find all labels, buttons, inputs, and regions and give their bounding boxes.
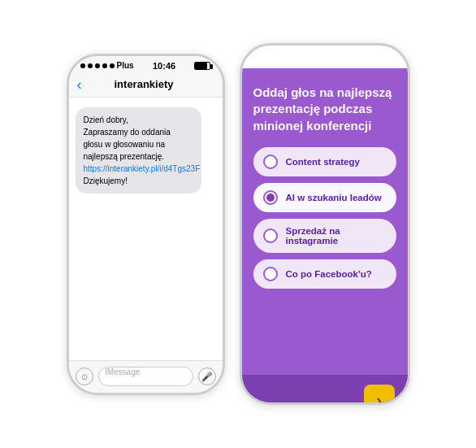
radio-4 <box>263 267 278 281</box>
sms-bubble: Dzień dobry, Zapraszamy do oddania głosu… <box>76 107 202 194</box>
sms-line2: Zapraszamy do oddania <box>84 128 171 137</box>
sms-header: ‹ interankiety <box>69 72 223 98</box>
imessage-label: iMessage <box>106 368 141 376</box>
signal-dots: Plus <box>80 61 134 70</box>
mic-icon[interactable]: 🎤 <box>198 368 216 385</box>
camera-icon[interactable]: ⊙ <box>76 368 93 385</box>
sms-line5: Dziękujemy! <box>84 176 128 185</box>
survey-footer: › <box>242 375 408 405</box>
status-bar: Plus 10:46 <box>69 56 223 72</box>
survey-option-2[interactable]: AI w szukaniu leadów <box>253 183 396 212</box>
survey-question: Oddaj głos na najlepszą prezentację podc… <box>253 85 396 134</box>
sms-line3: głosu w głosowaniu na <box>84 140 166 149</box>
sms-line4: najlepszą prezentację. <box>84 152 165 161</box>
message-input[interactable]: iMessage <box>98 367 193 386</box>
option-label-2: AI w szukaniu leadów <box>286 193 382 202</box>
option-label-1: Content strategy <box>286 157 360 167</box>
radio-2 <box>263 190 278 205</box>
survey-option-3[interactable]: Sprzedaż na instagramie <box>253 219 396 253</box>
survey-option-4[interactable]: Co po Facebook'u? <box>253 259 396 289</box>
carrier-label: Plus <box>117 61 134 70</box>
survey-options: Content strategy AI w szukaniu leadów Sp… <box>253 147 396 365</box>
sms-body: Dzień dobry, Zapraszamy do oddania głosu… <box>69 98 223 333</box>
survey-option-1[interactable]: Content strategy <box>253 147 396 176</box>
option-label-4: Co po Facebook'u? <box>286 269 372 279</box>
time-label: 10:46 <box>153 61 175 71</box>
radio-1 <box>263 154 278 169</box>
battery-icon <box>194 62 210 70</box>
survey-phone: Oddaj głos na najlepszą prezentację podc… <box>240 43 410 405</box>
sms-link[interactable]: https://interankiety.pl/i/d4Tgs23F <box>84 164 201 173</box>
sms-contact-title: interankiety <box>74 78 214 90</box>
sms-input-bar: ⊙ iMessage 🎤 <box>69 360 223 393</box>
next-button[interactable]: › <box>364 385 395 405</box>
radio-3 <box>263 228 278 243</box>
radio-inner-2 <box>266 194 275 202</box>
option-label-3: Sprzedaż na instagramie <box>286 226 387 246</box>
survey-screen: Oddaj głos na najlepszą prezentację podc… <box>242 68 408 405</box>
sms-line1: Dzień dobry, <box>84 115 128 124</box>
sms-phone: Plus 10:46 ‹ interankiety Dzień dobry, Z… <box>67 54 225 395</box>
